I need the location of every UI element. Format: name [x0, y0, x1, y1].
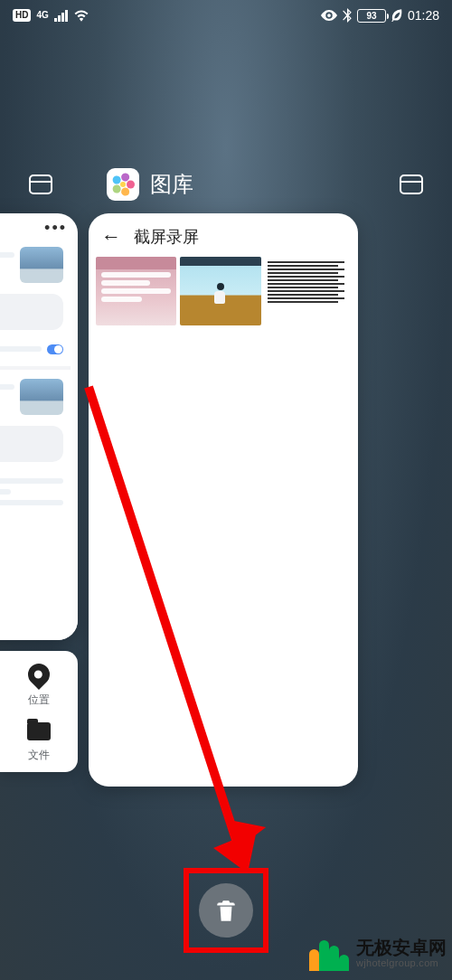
status-left: HD 4G	[13, 9, 89, 22]
gallery-album-title: 截屏录屏	[134, 226, 199, 248]
gallery-thumb[interactable]	[96, 257, 176, 325]
battery-level: 93	[366, 11, 376, 21]
input-toolbar: ☺ +	[0, 608, 78, 640]
location-pin-icon	[24, 659, 54, 690]
attach-file-label: 文件	[28, 748, 50, 763]
watermark-url: wjhotelgroup.com	[356, 957, 447, 968]
back-arrow-icon[interactable]: ←	[101, 227, 121, 247]
signal-icon	[54, 10, 68, 22]
app-title-label: 图库	[150, 170, 193, 199]
attach-location-label: 位置	[28, 693, 50, 708]
network-type: 4G	[36, 11, 48, 20]
watermark-logo-icon	[309, 935, 349, 971]
chat-image-thumb	[20, 247, 63, 283]
gallery-thumb[interactable]	[265, 257, 351, 325]
watermark-name: 无极安卓网	[356, 938, 447, 957]
eye-icon	[321, 10, 337, 21]
recents-card-gallery[interactable]: ← 截屏录屏	[89, 213, 358, 787]
folder-icon	[27, 722, 51, 740]
gallery-thumb[interactable]	[180, 257, 260, 325]
wifi-icon	[73, 9, 89, 22]
attach-file[interactable]: 文件	[27, 722, 51, 763]
clear-all-button[interactable]	[199, 883, 253, 938]
chat-bubble	[0, 426, 63, 462]
status-bar: HD 4G 93 01:28	[0, 0, 452, 31]
attach-location[interactable]: 位置	[28, 664, 50, 708]
battery-icon: 93	[357, 9, 386, 23]
gallery-header: ← 截屏录屏	[89, 213, 358, 257]
svg-marker-1	[216, 809, 266, 854]
gallery-thumbs	[89, 257, 358, 325]
recents-card-previous[interactable]: ••• ☺ +	[0, 213, 78, 640]
svg-marker-2	[213, 830, 257, 873]
chat-bubble	[0, 294, 63, 330]
multiwindow-right-icon[interactable]	[400, 174, 423, 194]
bluetooth-icon	[343, 8, 352, 23]
attachment-panel: 位置 文件	[0, 651, 78, 772]
hd-badge: HD	[13, 9, 31, 22]
leaf-icon	[391, 9, 402, 22]
multiwindow-left-icon[interactable]	[29, 174, 52, 194]
chat-image-thumb	[20, 379, 63, 415]
trash-icon	[214, 898, 238, 923]
annotation-highlight	[184, 868, 268, 953]
clock: 01:28	[408, 8, 439, 23]
app-title[interactable]: 图库	[107, 168, 193, 201]
toggle-icon[interactable]	[47, 344, 63, 354]
watermark: 无极安卓网 wjhotelgroup.com	[309, 935, 447, 971]
recents-header: 图库	[0, 165, 452, 204]
gallery-app-icon	[107, 168, 139, 201]
status-right: 93 01:28	[321, 8, 439, 23]
more-icon[interactable]: •••	[0, 213, 78, 238]
